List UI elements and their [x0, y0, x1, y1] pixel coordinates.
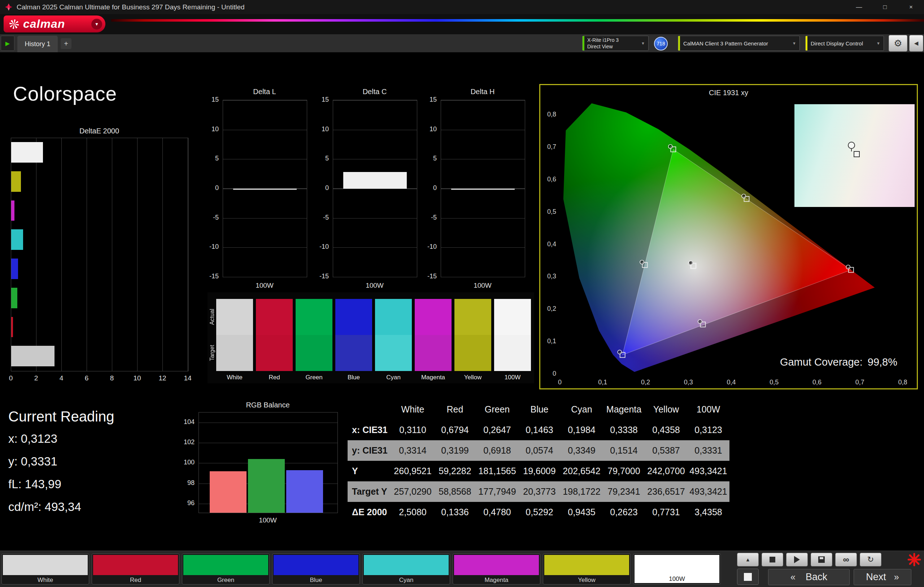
logo-bar: calman ▼ [0, 14, 924, 34]
delta-c-chart: 151050-5-10-15 [333, 100, 417, 277]
calman-logo-text: calman [23, 17, 65, 31]
axis-tick-label: 0 [202, 184, 219, 192]
table-row-label: x: CIE31 [348, 425, 392, 435]
refresh-icon: ↻ [867, 555, 874, 564]
close-button[interactable]: × [898, 0, 924, 14]
pattern-button-white[interactable]: White [2, 554, 89, 584]
pattern-button-blue[interactable]: Blue [272, 554, 360, 584]
axis-tick-label: 0 [312, 184, 329, 192]
table-cell: 3,4358 [687, 507, 729, 517]
maximize-button[interactable]: □ [872, 0, 898, 14]
axis-tick-label: 5 [420, 155, 437, 162]
play-button[interactable] [786, 553, 808, 566]
swatch-actual [494, 299, 531, 335]
axis-tick-label: 0 [553, 370, 556, 377]
current-reading-title: Current Reading [8, 408, 114, 425]
bar-100w [343, 172, 407, 189]
pattern-button-swatch [274, 555, 358, 575]
meter-badge[interactable]: 718 [654, 37, 668, 51]
bar-magenta [11, 201, 15, 221]
layout-nav-button[interactable]: ▶ [1, 36, 15, 51]
display-control-dropdown[interactable]: Direct Display Control ▼ [805, 36, 884, 51]
tab-history-1[interactable]: History 1 [17, 36, 58, 52]
grid-line [333, 159, 417, 159]
table-header-cell: White [392, 404, 434, 414]
axis-tick-label: -10 [312, 243, 329, 251]
meter-dropdown[interactable]: X-Rite i1Pro 3 Direct View ▼ [582, 36, 648, 51]
table-row: x: CIE310,31100,67940,26470,14630,19840,… [348, 420, 729, 440]
calman-menu-arrow-icon[interactable]: ▼ [91, 19, 102, 30]
swatch-actual [415, 299, 452, 335]
back-button-label: Back [805, 572, 827, 583]
table-cell: 0,3338 [603, 425, 645, 435]
marker-circle-magenta [698, 319, 702, 324]
pattern-button-green[interactable]: Green [182, 554, 270, 584]
expand-up-button[interactable]: ▲ [737, 553, 759, 566]
bar-red [11, 317, 13, 337]
grid-line [333, 277, 417, 277]
pattern-button-red[interactable]: Red [92, 554, 179, 584]
settings-button[interactable]: ⚙ [889, 35, 908, 51]
collapse-panel-button[interactable]: ◀ [909, 35, 923, 51]
table-cell: 242,0700 [645, 466, 687, 476]
gamut-coverage-label: Gamut Coverage: [780, 356, 863, 368]
axis-tick-label: 0,6 [812, 378, 822, 386]
axis-tick-label: 2 [34, 374, 38, 382]
stop-button[interactable] [762, 553, 783, 566]
delta-c-chart-title: Delta C [333, 88, 416, 96]
axis-tick-label: 14 [184, 374, 191, 382]
calman-menu-button[interactable]: calman ▼ [3, 15, 106, 33]
pattern-window-button[interactable] [737, 569, 759, 585]
grid-line [441, 247, 525, 248]
axis-tick-label: 0,5 [769, 378, 779, 386]
axis-tick-label: 0,5 [547, 208, 556, 215]
table-header-cell: Yellow [645, 404, 687, 414]
back-button[interactable]: « Back [768, 569, 850, 585]
axis-tick-label: 0,4 [547, 240, 556, 248]
chevron-down-icon: ▼ [876, 41, 880, 45]
swatch-column-yellow: Yellow [454, 299, 491, 381]
pattern-button-cyan[interactable]: Cyan [362, 554, 450, 584]
current-reading-cdm2: cd/m²: 493,34 [8, 500, 81, 514]
swatch-target [256, 335, 293, 371]
table-cell: 2,5080 [392, 507, 434, 517]
pattern-button-magenta[interactable]: Magenta [453, 554, 540, 584]
swatch-label: Cyan [375, 374, 412, 381]
continuous-measure-button[interactable]: ∞ [835, 553, 857, 566]
grid-line [223, 218, 307, 219]
table-header-cell: Magenta [603, 404, 645, 414]
pattern-generator-dropdown[interactable]: CalMAN Client 3 Pattern Generator ▼ [678, 36, 800, 51]
grid-line [87, 138, 87, 371]
table-header-cell: Cyan [561, 404, 603, 414]
cie-chart-title: CIE 1931 xy [540, 89, 917, 97]
rgb-balance-x-label: 100W [198, 516, 337, 524]
table-cell: 58,8568 [434, 487, 476, 497]
table-cell: 0,9435 [561, 507, 603, 517]
add-tab-button[interactable]: + [61, 38, 71, 49]
meter-status-accent [582, 36, 584, 51]
axis-tick-label: -10 [202, 243, 219, 251]
table-cell: 257,0290 [392, 487, 434, 497]
rgb-balance-chart-title: RGB Balance [198, 401, 337, 409]
refresh-button[interactable]: ↻ [860, 553, 881, 566]
table-cell: 0,3349 [561, 445, 603, 456]
axis-tick-label: 15 [312, 96, 329, 104]
table-cell: 0,3331 [687, 445, 729, 456]
chevron-double-right-icon: » [894, 572, 899, 582]
swatch-columns: WhiteRedGreenBlueCyanMagentaYellow100W [208, 293, 534, 383]
table-cell: 59,2282 [434, 466, 476, 476]
table-header-row: WhiteRedGreenBlueCyanMagentaYellow100W [348, 399, 729, 420]
gear-icon: ⚙ [894, 38, 902, 49]
title-bar: Calman 2025 Calman Ultimate for Business… [0, 0, 924, 14]
axis-tick-label: 8 [110, 374, 114, 382]
pattern-button-label: 100W [634, 575, 720, 583]
grid-line [441, 218, 525, 219]
pattern-button-100w[interactable]: 100W [633, 554, 721, 584]
save-button[interactable] [811, 553, 832, 566]
pattern-status-accent [678, 36, 680, 51]
grid-line [61, 138, 62, 371]
measurement-table: WhiteRedGreenBlueCyanMagentaYellow100Wx:… [348, 399, 729, 523]
next-button[interactable]: Next » [854, 569, 911, 585]
minimize-button[interactable]: — [846, 0, 872, 14]
pattern-button-yellow[interactable]: Yellow [543, 554, 630, 584]
